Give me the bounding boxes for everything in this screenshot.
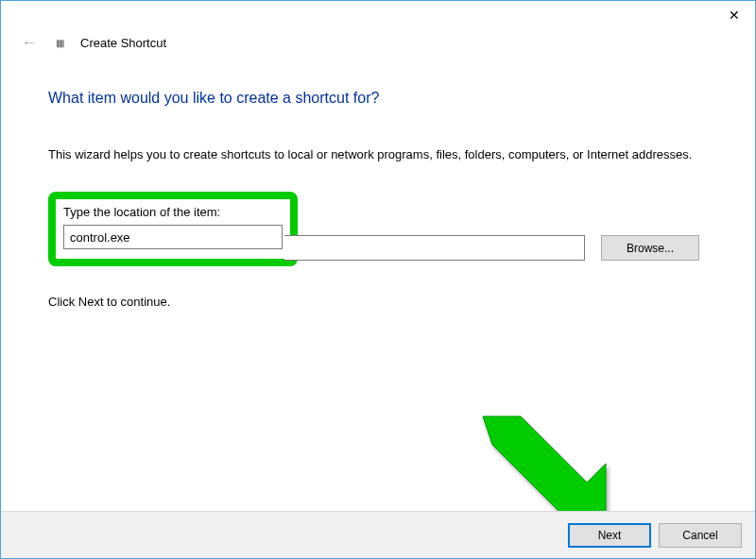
- location-label: Type the location of the item:: [63, 205, 283, 219]
- browse-button[interactable]: Browse...: [601, 235, 699, 261]
- content-area: What item would you like to create a sho…: [1, 52, 755, 309]
- window-title: Create Shortcut: [80, 36, 166, 50]
- highlight-annotation: Type the location of the item:: [48, 192, 298, 266]
- close-icon: ✕: [729, 8, 740, 23]
- location-input[interactable]: [63, 225, 283, 249]
- titlebar: ✕: [1, 1, 755, 29]
- cancel-button[interactable]: Cancel: [659, 523, 742, 548]
- wizard-description: This wizard helps you to create shortcut…: [48, 146, 708, 163]
- back-arrow-icon[interactable]: ←: [20, 33, 39, 52]
- wizard-header: ← ▦ Create Shortcut: [1, 29, 755, 52]
- next-button[interactable]: Next: [568, 523, 651, 548]
- location-input-extension[interactable]: [284, 235, 585, 261]
- shortcut-app-icon: ▦: [53, 36, 66, 49]
- continue-instruction: Click Next to continue.: [48, 295, 708, 309]
- close-button[interactable]: ✕: [713, 1, 755, 29]
- dialog-window: ✕ ← ▦ Create Shortcut What item would yo…: [0, 0, 756, 559]
- page-heading: What item would you like to create a sho…: [48, 90, 708, 107]
- dialog-footer: Next Cancel: [1, 511, 755, 558]
